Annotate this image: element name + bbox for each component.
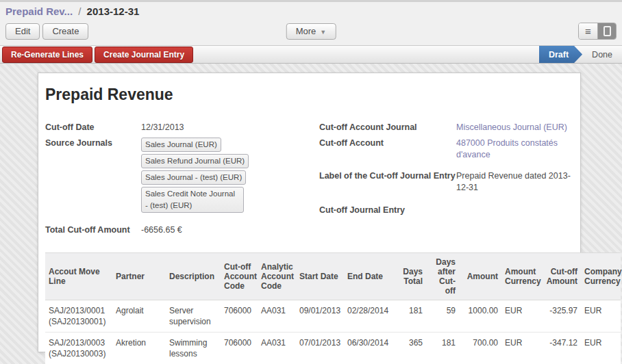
breadcrumb-separator: / (75, 5, 84, 17)
column-header: Days Total (399, 253, 426, 300)
total-cutoff-amount-value: -6656.65 € (141, 224, 182, 236)
journal-tag: Sales Credit Note Journal - (test) (EUR) (141, 187, 244, 213)
content-area: Prepaid Revenue Cut-off Date 12/31/2013 … (0, 64, 622, 364)
edit-button[interactable]: Edit (5, 23, 40, 40)
more-button[interactable]: More▼ (286, 23, 336, 40)
field-cutoff-account: Cut-off Account 487000 Produits constaté… (319, 138, 580, 161)
field-cutoff-date: Cut-off Date 12/31/2013 (45, 122, 319, 133)
field-cutoff-journal-entry: Cut-off Journal Entry (319, 205, 580, 216)
table-cell: 06/30/2014 (344, 333, 399, 364)
table-cell: SAJ/2013/0001 (SAJ20130001) (45, 300, 112, 333)
column-header: Cut-off Amount (541, 253, 581, 300)
statusbar: Re-Generate Lines Create Journal Entry D… (0, 45, 622, 64)
field-total-cutoff-amount: Total Cut-off Amount -6656.65 € (45, 224, 319, 236)
table-cell: Akretion (112, 333, 166, 364)
field-label: Cut-off Account (319, 138, 456, 161)
table-cell: 02/28/2014 (344, 300, 399, 333)
form-right-column: Cut-off Account Journal Miscellaneous Jo… (319, 122, 580, 240)
more-button-label: More (296, 26, 316, 36)
column-header: Days after Cut-off (426, 253, 459, 300)
create-button[interactable]: Create (42, 23, 88, 40)
table-cell: 59 (426, 300, 459, 333)
journal-tag: Sales Journal - (test) (EUR) (141, 170, 246, 185)
regenerate-lines-button[interactable]: Re-Generate Lines (2, 47, 92, 63)
column-header: Company Currency (581, 253, 621, 300)
source-journals-tags: Sales Journal (EUR) Sales Refund Journal… (141, 138, 319, 215)
table-cell: 365 (399, 333, 426, 364)
breadcrumb: Prepaid Rev... / 2013-12-31 (0, 2, 622, 18)
toolbar: Edit Create More▼ ≡ (0, 18, 622, 45)
journal-tag: Sales Journal (EUR) (141, 138, 221, 152)
form-view-button[interactable] (597, 23, 616, 39)
form-fields: Cut-off Date 12/31/2013 Source Journals … (45, 122, 580, 240)
column-header: Amount (459, 253, 501, 300)
column-header: Start Date (296, 253, 344, 300)
table-cell: Server supervision (166, 300, 221, 333)
table-cell: 706000 (221, 300, 258, 333)
field-label: Cut-off Date (45, 122, 141, 133)
cutoff-account-link[interactable]: 487000 Produits constatés d'avance (456, 138, 576, 161)
column-header: Cut-off Account Code (221, 253, 258, 300)
field-source-journals: Source Journals Sales Journal (EUR) Sale… (45, 138, 319, 215)
column-header: Amount Currency (501, 253, 541, 300)
table-cell: 181 (426, 333, 459, 364)
table-cell: 09/01/2013 (296, 300, 344, 333)
list-view-button[interactable]: ≡ (579, 23, 597, 39)
cutoff-account-journal-link[interactable]: Miscellaneous Journal (EUR) (456, 122, 576, 133)
field-label: Cut-off Journal Entry (319, 205, 456, 216)
column-header: Partner (112, 253, 166, 300)
table-cell: EUR (501, 333, 541, 364)
breadcrumb-parent-link[interactable]: Prepaid Rev... (5, 5, 73, 17)
table-cell: Agrolait (112, 300, 166, 333)
lines-table: Accout Move Line Partner Description Cut… (45, 252, 621, 364)
column-header: Description (166, 253, 221, 300)
form-view-icon (604, 26, 611, 36)
table-row[interactable]: SAJ/2013/0003 (SAJ20130003) Akretion Swi… (45, 333, 621, 364)
table-cell: 700.00 (459, 333, 501, 364)
journal-tag: Sales Refund Journal (EUR) (141, 154, 249, 168)
table-cell: EUR (501, 300, 541, 333)
table-cell: 1000.00 (459, 300, 501, 333)
table-cell: AA031 (258, 300, 296, 333)
view-switcher: ≡ (578, 23, 617, 40)
journal-entry-label-value: Prepaid Revenue dated 2013-12-31 (456, 170, 576, 194)
column-header: Accout Move Line (45, 253, 112, 300)
status-states: Draft Done (539, 46, 622, 63)
table-cell: EUR (581, 333, 621, 364)
cutoff-date-value: 12/31/2013 (141, 122, 184, 133)
form-sheet: Prepaid Revenue Cut-off Date 12/31/2013 … (38, 73, 581, 352)
table-cell: 181 (399, 300, 426, 333)
more-caret-icon: ▼ (320, 29, 326, 36)
app-window: Prepaid Rev... / 2013-12-31 Edit Create … (0, 0, 622, 364)
page-title: Prepaid Revenue (45, 86, 580, 104)
table-cell: -347.12 (541, 333, 581, 364)
table-cell: SAJ/2013/0003 (SAJ20130003) (45, 333, 112, 364)
field-cutoff-account-journal: Cut-off Account Journal Miscellaneous Jo… (319, 122, 580, 133)
list-view-icon: ≡ (585, 26, 591, 36)
status-done: Done (582, 46, 622, 63)
field-label: Total Cut-off Amount (45, 224, 141, 236)
table-row[interactable]: SAJ/2013/0001 (SAJ20130001) Agrolait Ser… (45, 300, 621, 333)
status-draft: Draft (539, 46, 582, 63)
table-cell: 07/01/2013 (296, 333, 344, 364)
cutoff-journal-entry-value (456, 205, 576, 216)
top-header: Prepaid Rev... / 2013-12-31 Edit Create … (0, 2, 622, 45)
column-header: End Date (344, 253, 399, 300)
table-cell: Swimming lessons (166, 333, 221, 364)
table-cell: -325.97 (541, 300, 581, 333)
column-header: Analytic Account Code (258, 253, 296, 300)
field-label: Cut-off Account Journal (319, 122, 456, 133)
field-journal-entry-label: Label of the Cut-off Journal Entry Prepa… (319, 170, 580, 194)
table-cell: EUR (581, 300, 621, 333)
field-label: Label of the Cut-off Journal Entry (319, 170, 456, 194)
breadcrumb-current: 2013-12-31 (87, 5, 140, 17)
form-left-column: Cut-off Date 12/31/2013 Source Journals … (45, 122, 319, 240)
field-label: Source Journals (45, 138, 141, 215)
create-journal-entry-button[interactable]: Create Journal Entry (95, 47, 193, 63)
table-cell: AA031 (258, 333, 296, 364)
table-cell: 706000 (221, 333, 258, 364)
lines-table-header: Accout Move Line Partner Description Cut… (45, 253, 621, 300)
